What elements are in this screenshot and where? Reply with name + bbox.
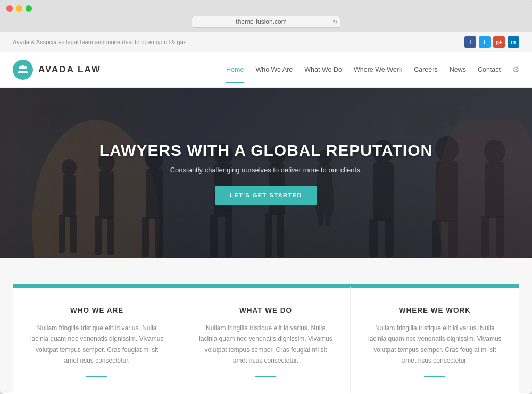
svg-rect-7 bbox=[70, 215, 77, 253]
svg-rect-22 bbox=[265, 213, 272, 257]
settings-icon[interactable]: ⚙ bbox=[512, 65, 519, 74]
hero-section: LAWYERS WITH A GLOBAL REPUTATION Constan… bbox=[0, 88, 532, 258]
svg-rect-10 bbox=[95, 216, 102, 255]
logo-icon bbox=[13, 60, 33, 80]
cards-container: WHO WE ARE Nullam fringilla tristique el… bbox=[0, 286, 532, 393]
svg-point-2 bbox=[21, 65, 25, 69]
address-input[interactable]: theme-fusion.com bbox=[192, 16, 340, 28]
svg-rect-5 bbox=[63, 175, 76, 217]
nav-who-we-are[interactable]: Who We Are bbox=[255, 66, 293, 73]
dot-green[interactable] bbox=[26, 5, 32, 12]
address-bar-wrapper: theme-fusion.com ↻ bbox=[192, 16, 340, 28]
card-3-text: Nullam fringilla tristique elit id variu… bbox=[367, 323, 503, 366]
nav-where-we-work[interactable]: Where We Work bbox=[354, 66, 402, 73]
card-2-divider bbox=[255, 376, 276, 377]
card-what-we-do: WHAT WE DO Nullam fringilla tristique el… bbox=[181, 286, 350, 393]
card-3-title: WHERE WE WORK bbox=[367, 306, 503, 314]
card-2-text: Nullam fringilla tristique elit id variu… bbox=[197, 323, 334, 366]
dot-red[interactable] bbox=[6, 5, 13, 12]
nav-careers[interactable]: Careers bbox=[414, 66, 437, 73]
svg-rect-28 bbox=[385, 219, 394, 257]
hero-title: LAWYERS WITH A GLOBAL REPUTATION bbox=[99, 141, 433, 160]
nav-home[interactable]: Home bbox=[226, 66, 244, 73]
svg-point-37 bbox=[436, 120, 532, 258]
social-icons: f t g+ in bbox=[464, 36, 519, 48]
facebook-icon[interactable]: f bbox=[464, 36, 476, 48]
card-1-divider bbox=[86, 376, 107, 377]
announcement-text: Avada & Associates legal team announce d… bbox=[13, 39, 186, 45]
svg-rect-11 bbox=[107, 216, 114, 255]
nav-what-we-do[interactable]: What We Do bbox=[304, 66, 342, 73]
svg-rect-27 bbox=[369, 219, 378, 257]
svg-rect-18 bbox=[210, 215, 218, 257]
hero-subtitle: Constantly challenging ourselves to deli… bbox=[99, 166, 433, 174]
card-2-title: WHAT WE DO bbox=[197, 306, 334, 314]
svg-rect-23 bbox=[277, 213, 284, 257]
main-nav: Home Who We Are What We Do Where We Work… bbox=[226, 65, 519, 74]
hero-content: LAWYERS WITH A GLOBAL REPUTATION Constan… bbox=[99, 141, 433, 205]
cards-wrapper: WHO WE ARE Nullam fringilla tristique el… bbox=[0, 258, 532, 393]
website: Avada & Associates legal team announce d… bbox=[0, 32, 532, 393]
svg-rect-19 bbox=[225, 215, 232, 257]
card-1-title: WHO WE ARE bbox=[29, 306, 165, 314]
linkedin-icon[interactable]: in bbox=[508, 36, 519, 48]
logo: AVADA LAW bbox=[13, 60, 101, 80]
googleplus-icon[interactable]: g+ bbox=[493, 36, 505, 48]
card-1-text: Nullam fringilla tristique elit id variu… bbox=[29, 323, 165, 366]
browser-dots bbox=[6, 5, 526, 12]
logo-text: AVADA LAW bbox=[38, 64, 101, 75]
header: AVADA LAW Home Who We Are What We Do Whe… bbox=[0, 52, 532, 88]
svg-point-4 bbox=[62, 159, 77, 176]
svg-rect-6 bbox=[59, 215, 65, 253]
refresh-icon[interactable]: ↻ bbox=[332, 19, 337, 26]
card-3-divider bbox=[424, 376, 445, 377]
browser-window: theme-fusion.com ↻ Avada & Associates le… bbox=[0, 0, 532, 394]
browser-chrome: theme-fusion.com ↻ bbox=[0, 0, 532, 32]
dot-yellow[interactable] bbox=[16, 5, 22, 12]
top-bar: Avada & Associates legal team announce d… bbox=[0, 32, 532, 52]
hero-cta-button[interactable]: LET'S GET STARTED bbox=[215, 186, 317, 205]
card-who-we-are: WHO WE ARE Nullam fringilla tristique el… bbox=[13, 286, 181, 393]
browser-address-bar: theme-fusion.com ↻ bbox=[6, 16, 526, 32]
twitter-icon[interactable]: t bbox=[479, 36, 491, 48]
svg-rect-14 bbox=[142, 217, 149, 257]
cards-section: WHO WE ARE Nullam fringilla tristique el… bbox=[0, 258, 532, 393]
nav-contact[interactable]: Contact bbox=[478, 66, 501, 73]
card-where-we-work: WHERE WE WORK Nullam fringilla tristique… bbox=[351, 286, 519, 393]
svg-rect-15 bbox=[155, 217, 163, 257]
nav-news[interactable]: News bbox=[450, 66, 466, 73]
